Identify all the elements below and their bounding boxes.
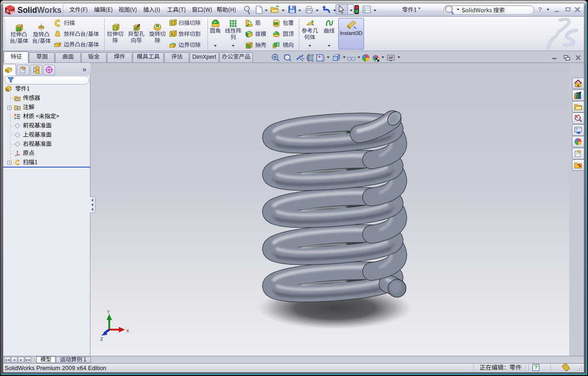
svg-text:W: W [10, 10, 15, 15]
svg-text:S: S [6, 8, 9, 13]
svg-text:X: X [126, 328, 129, 334]
svg-text:Z: Z [100, 337, 103, 342]
svg-text:Y: Y [107, 309, 110, 315]
svg-text:A: A [16, 107, 18, 110]
